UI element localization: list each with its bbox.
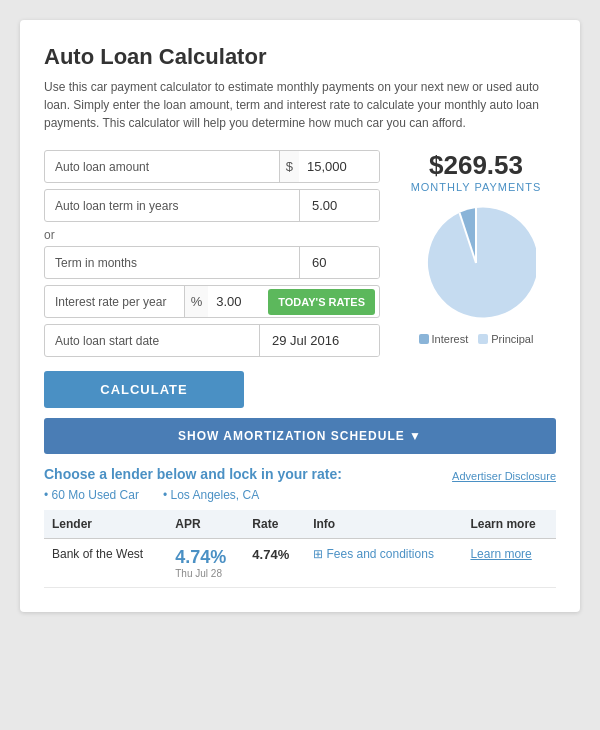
- amortization-button[interactable]: SHOW AMORTIZATION SCHEDULE ▼: [44, 418, 556, 454]
- col-apr: APR: [167, 510, 244, 539]
- lender-info: Fees and conditions: [305, 539, 462, 588]
- principal-legend-label: Principal: [491, 333, 533, 345]
- learn-more-link[interactable]: Learn more: [470, 547, 531, 561]
- lender-header-row: Choose a lender below and lock in your r…: [44, 466, 556, 482]
- term-months-row: Term in months: [44, 246, 380, 279]
- start-date-row: Auto loan start date: [44, 324, 380, 357]
- calculator-card: Auto Loan Calculator Use this car paymen…: [20, 20, 580, 612]
- lender-section: Choose a lender below and lock in your r…: [44, 466, 556, 588]
- term-months-label: Term in months: [45, 248, 299, 278]
- monthly-label: MONTHLY PAYMENTS: [411, 181, 542, 193]
- loan-amount-input[interactable]: [299, 151, 379, 182]
- interest-rate-input[interactable]: [208, 286, 268, 317]
- term-months-input[interactable]: [299, 247, 379, 278]
- monthly-amount: $269.53: [429, 150, 523, 181]
- lender-learn-more: Learn more: [462, 539, 556, 588]
- interest-pct-prefix: %: [184, 286, 209, 317]
- lender-table: Lender APR Rate Info Learn more Bank of …: [44, 510, 556, 588]
- col-lender: Lender: [44, 510, 167, 539]
- col-learn-more: Learn more: [462, 510, 556, 539]
- apr-date: Thu Jul 28: [175, 568, 236, 579]
- loan-amount-label: Auto loan amount: [45, 152, 279, 182]
- principal-legend-item: Principal: [478, 333, 533, 345]
- fees-link[interactable]: Fees and conditions: [313, 547, 434, 561]
- lender-name: Bank of the West: [44, 539, 167, 588]
- interest-legend-label: Interest: [432, 333, 469, 345]
- col-info: Info: [305, 510, 462, 539]
- filter-tag-2: Los Angeles, CA: [163, 488, 259, 502]
- filter-row: 60 Mo Used Car Los Angeles, CA: [44, 488, 556, 502]
- col-rate: Rate: [244, 510, 305, 539]
- rate-value: 4.74%: [252, 547, 289, 562]
- lender-rate: 4.74%: [244, 539, 305, 588]
- page-title: Auto Loan Calculator: [44, 44, 556, 70]
- calculate-button[interactable]: CALCULATE: [44, 371, 244, 408]
- chart-section: $269.53 MONTHLY PAYMENTS Interest: [396, 150, 556, 408]
- filter-tag-1: 60 Mo Used Car: [44, 488, 139, 502]
- table-header-row: Lender APR Rate Info Learn more: [44, 510, 556, 539]
- lender-title: Choose a lender below and lock in your r…: [44, 466, 342, 482]
- principal-legend-dot: [478, 334, 488, 344]
- loan-amount-row: Auto loan amount $: [44, 150, 380, 183]
- loan-term-years-input[interactable]: [299, 190, 379, 221]
- interest-rate-label: Interest rate per year: [45, 287, 184, 317]
- start-date-input[interactable]: [259, 325, 379, 356]
- advertiser-disclosure[interactable]: Advertiser Disclosure: [452, 470, 556, 482]
- or-text: or: [44, 228, 380, 242]
- table-row: Bank of the West 4.74% Thu Jul 28 4.74% …: [44, 539, 556, 588]
- loan-amount-prefix: $: [279, 151, 299, 182]
- interest-rate-row: Interest rate per year % TODAY'S RATES: [44, 285, 380, 318]
- loan-term-years-label: Auto loan term in years: [45, 191, 299, 221]
- page-description: Use this car payment calculator to estim…: [44, 78, 556, 132]
- todays-rates-button[interactable]: TODAY'S RATES: [268, 289, 375, 315]
- interest-legend-dot: [419, 334, 429, 344]
- chart-legend: Interest Principal: [419, 333, 534, 345]
- form-section: Auto loan amount $ Auto loan term in yea…: [44, 150, 380, 408]
- start-date-label: Auto loan start date: [45, 326, 259, 356]
- loan-term-years-row: Auto loan term in years: [44, 189, 380, 222]
- interest-legend-item: Interest: [419, 333, 469, 345]
- main-layout: Auto loan amount $ Auto loan term in yea…: [44, 150, 556, 408]
- pie-chart: [416, 203, 536, 323]
- apr-value: 4.74%: [175, 547, 236, 568]
- lender-apr: 4.74% Thu Jul 28: [167, 539, 244, 588]
